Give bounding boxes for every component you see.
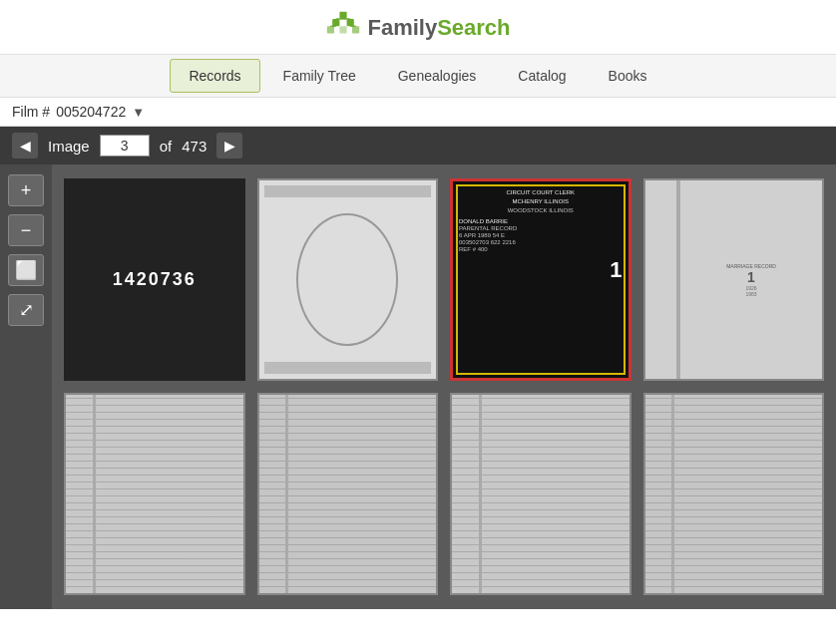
grid-cell-3[interactable]: CIRCUIT COURT CLERK MCHENRY ILLINOIS WOO… [450, 178, 631, 381]
reel-document [259, 180, 437, 379]
document-8 [645, 395, 823, 593]
grid-cell-4[interactable]: MARRIAGE RECORD 1 1926 1983 [643, 178, 825, 381]
target-number: 1 [459, 257, 623, 283]
nav-item-genealogies[interactable]: Genealogies [379, 59, 496, 93]
nav-bar: Records Family Tree Genealogies Catalog … [0, 55, 836, 98]
svg-rect-5 [352, 26, 359, 33]
prev-image-button[interactable]: ◀ [12, 133, 38, 159]
target-line1: CIRCUIT COURT CLERK [459, 189, 623, 195]
bound-record-label: MARRIAGE RECORD [726, 263, 776, 269]
next-image-button[interactable]: ▶ [216, 133, 242, 159]
svg-rect-1 [333, 19, 340, 26]
grid-cell-1[interactable]: 1420736 [64, 178, 245, 381]
target-line6: 6 APR 1989 54 E [459, 232, 623, 238]
logo-text[interactable]: FamilySearch [367, 15, 510, 41]
logo-family: Family [367, 15, 437, 40]
film-dropdown-button[interactable]: ▼ [132, 105, 145, 120]
logo-area: FamilySearch [325, 10, 510, 46]
nav-item-family-tree[interactable]: Family Tree [264, 59, 375, 93]
image-nav-bar: ◀ Image of 473 ▶ [0, 127, 836, 164]
grid-cell-2[interactable] [257, 178, 439, 381]
familysearch-logo-icon [325, 10, 361, 46]
grid-cell-6[interactable] [257, 393, 439, 595]
grid-cell-5[interactable] [64, 393, 245, 595]
film-number-display: 1420736 [113, 269, 197, 290]
target-line7: 003502703 622 2216 [459, 239, 623, 245]
target-line8: REF # 400 [459, 246, 623, 252]
target-line4: DONALD BARRIE [459, 218, 623, 224]
grid-cell-8[interactable] [643, 393, 825, 595]
of-label: of [160, 138, 173, 155]
total-images: 473 [182, 138, 207, 155]
film-label: Film # [12, 104, 50, 120]
film-number: 005204722 [56, 104, 126, 120]
nav-item-catalog[interactable]: Catalog [499, 59, 585, 93]
main-content: + − ⬜ ⤢ 1420736 CIRCUIT COURT CLERK MCHE… [0, 164, 836, 609]
target-line5: PARENTAL RECORD [459, 225, 623, 231]
image-label: Image [48, 138, 90, 155]
document-7 [452, 395, 629, 593]
nav-item-records[interactable]: Records [170, 59, 259, 93]
svg-rect-0 [340, 12, 347, 19]
svg-rect-2 [347, 19, 354, 26]
dropdown-arrow-icon: ▼ [132, 105, 145, 120]
fit-button[interactable]: ⬜ [8, 254, 44, 286]
svg-rect-3 [327, 26, 334, 33]
bound-year2: 1983 [745, 291, 756, 297]
zoom-in-button[interactable]: + [8, 174, 44, 206]
image-grid: 1420736 CIRCUIT COURT CLERK MCHENRY ILLI… [52, 164, 836, 609]
svg-rect-4 [340, 26, 347, 33]
target-line3: WOODSTOCK ILLINOIS [459, 207, 623, 213]
grid-cell-7[interactable] [450, 393, 631, 595]
image-number-input[interactable] [100, 135, 150, 157]
film-bar: Film # 005204722 ▼ [0, 98, 836, 127]
document-5 [66, 395, 243, 593]
logo-search: Search [437, 15, 510, 40]
zoom-out-button[interactable]: − [8, 214, 44, 246]
toolbar: + − ⬜ ⤢ [0, 164, 52, 609]
header: FamilySearch [0, 0, 836, 55]
fullscreen-button[interactable]: ⤢ [8, 294, 44, 326]
bound-record-number: 1 [726, 269, 776, 285]
document-6 [259, 395, 437, 593]
nav-item-books[interactable]: Books [590, 59, 666, 93]
target-card: CIRCUIT COURT CLERK MCHENRY ILLINOIS WOO… [453, 181, 628, 378]
target-line2: MCHENRY ILLINOIS [459, 198, 623, 204]
